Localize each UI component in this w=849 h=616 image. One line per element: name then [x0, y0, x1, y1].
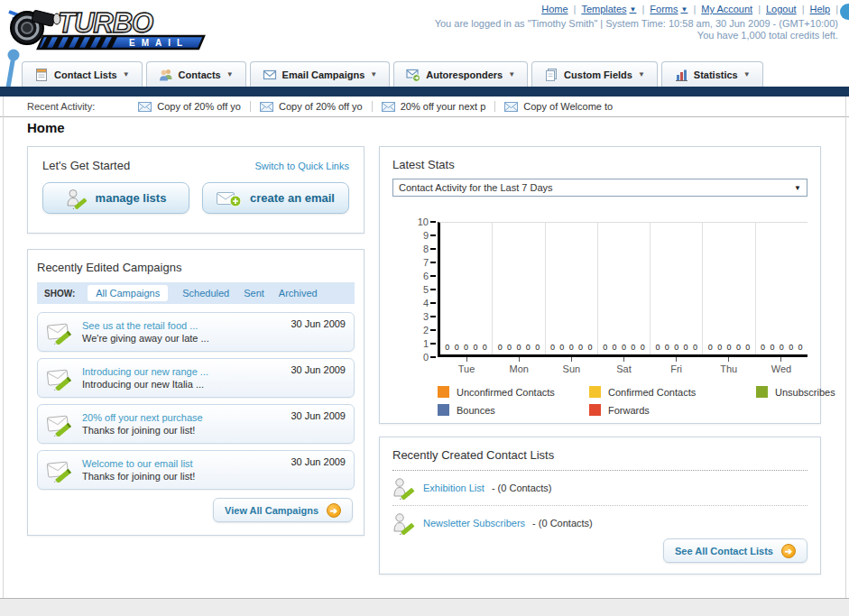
chevron-down-icon: ▼: [794, 184, 801, 192]
y-axis-tick: [430, 289, 436, 290]
y-axis-tick-label: 7: [409, 257, 429, 268]
campaign-filter[interactable]: Archived: [279, 288, 318, 299]
nav-separator: |: [574, 4, 577, 14]
recent-activity-item[interactable]: Copy of Welcome to: [495, 101, 622, 112]
contact-list-link[interactable]: Newsletter Subscribers: [423, 518, 525, 529]
footer-strip: [0, 598, 849, 616]
x-axis-label: Thu: [703, 357, 755, 374]
legend-swatch: [589, 404, 601, 416]
person-pencil-icon: [66, 188, 88, 209]
legend-swatch: [589, 386, 601, 398]
help-bubble-icon[interactable]: [840, 4, 849, 20]
chevron-down-icon: ▼: [226, 70, 234, 78]
contact-list-count: - (0 Contacts): [532, 518, 593, 529]
bar-value-labels: 00000: [440, 343, 492, 352]
legend-swatch: [438, 404, 449, 416]
header-nav-link[interactable]: Help: [810, 4, 831, 14]
header-nav-link[interactable]: Templates▼: [581, 4, 636, 14]
recent-activity-item[interactable]: Copy of 20% off yo: [251, 101, 373, 112]
envelope-pencil-icon: [46, 457, 75, 483]
tab-autoresponders[interactable]: Autoresponders▼: [393, 61, 528, 87]
campaign-subtitle: Thanks for joining our list!: [82, 424, 291, 437]
create-email-button[interactable]: create an email: [202, 182, 349, 214]
campaign-title-link[interactable]: Introducing our new range ...: [82, 365, 291, 378]
recent-activity-item[interactable]: 20% off your next p: [373, 101, 496, 112]
switch-quick-links[interactable]: Switch to Quick Links: [254, 161, 349, 171]
campaign-list: See us at the retail food ... We're givi…: [37, 312, 355, 490]
login-status-text: You are logged in as "Timothy Smith" | S…: [435, 18, 838, 29]
chevron-down-icon: ▼: [123, 70, 130, 78]
tab-email-campaigns[interactable]: Email Campaigns▼: [250, 61, 391, 87]
chart-group-tue: 00000: [440, 223, 492, 354]
bar-value-labels: 00000: [703, 343, 754, 352]
turbo-email-logo: TURBO EMAIL: [5, 3, 215, 55]
chevron-down-icon: ▼: [630, 5, 637, 14]
y-axis-tick: [430, 302, 436, 304]
y-axis-tick: [430, 221, 436, 223]
logo-subtitle-text: EMAIL: [129, 38, 189, 48]
person-pencil-icon: [392, 511, 416, 535]
recently-created-contact-lists-panel: Recently Created Contact Lists Exhibitio…: [379, 437, 821, 575]
main-nav-tabs: Contact Lists▼ Contacts▼ Email Campaigns…: [22, 61, 763, 87]
envelope-icon: [382, 102, 395, 112]
contact-list-items: Exhibition List - (0 Contacts) Newslette…: [392, 471, 807, 540]
chart-group-wed: 00000: [755, 223, 807, 354]
contact-list-item[interactable]: Newsletter Subscribers - (0 Contacts): [392, 506, 807, 540]
y-axis-tick: [430, 316, 436, 317]
x-axis-label: Wed: [755, 357, 807, 374]
campaign-title-link[interactable]: 20% off your next purchase: [82, 411, 291, 424]
recently-edited-campaigns-panel: Recently Edited Campaigns SHOW: All Camp…: [27, 249, 365, 536]
contact-list-item[interactable]: Exhibition List - (0 Contacts): [392, 471, 807, 506]
envelope-icon: [260, 102, 273, 112]
chart-group-sun: 00000: [545, 223, 597, 354]
legend-item: Bounces: [438, 404, 589, 416]
campaign-filter[interactable]: All Campaigns: [88, 285, 168, 301]
tab-contact-lists[interactable]: Contact Lists▼: [22, 61, 143, 87]
header-nav-link[interactable]: Forms▼: [650, 4, 688, 14]
envelope-icon: [504, 102, 518, 112]
y-axis-tick-label: 9: [409, 230, 429, 241]
see-all-contact-lists-button[interactable]: See All Contact Lists ➔: [663, 538, 807, 563]
y-axis-tick-label: 2: [409, 325, 429, 336]
recent-activity-item[interactable]: Copy of 20% off yo: [129, 101, 251, 112]
legend-swatch: [438, 386, 449, 398]
manage-lists-button[interactable]: manage lists: [42, 182, 189, 214]
tab-contacts[interactable]: Contacts▼: [146, 61, 246, 87]
statistics-icon: [674, 68, 688, 82]
chart-group-sat: 00000: [597, 223, 650, 354]
envelope-icon: [138, 102, 152, 112]
application-window: TURBO EMAIL Home | Templates▼ | Forms▼: [0, 0, 849, 616]
logo-title-text: TURBO: [58, 7, 153, 39]
custom-fields-icon: [544, 68, 558, 82]
campaign-list-item[interactable]: Introducing our new range ... Introducin…: [37, 358, 355, 398]
campaign-filter[interactable]: Sent: [244, 288, 264, 299]
contact-list-count: - (0 Contacts): [492, 483, 552, 493]
chevron-down-icon: ▼: [681, 5, 688, 14]
nav-separator: |: [641, 4, 644, 14]
y-axis-tick: [430, 234, 436, 236]
campaign-list-item[interactable]: Welcome to our email list Thanks for joi…: [37, 450, 355, 490]
campaign-list-item[interactable]: See us at the retail food ... We're givi…: [37, 312, 355, 352]
y-axis-tick-label: 8: [409, 244, 429, 254]
campaign-title-link[interactable]: Welcome to our email list: [82, 457, 291, 470]
header-nav-link[interactable]: My Account: [701, 4, 752, 14]
chart-group-thu: 00000: [702, 223, 754, 354]
contact-list-link[interactable]: Exhibition List: [423, 483, 484, 493]
campaign-title-link[interactable]: See us at the retail food ...: [82, 319, 291, 332]
header-nav-link[interactable]: Logout: [766, 4, 797, 14]
campaign-filter[interactable]: Scheduled: [182, 288, 229, 299]
header-nav-link[interactable]: Home: [541, 4, 568, 14]
chevron-down-icon: ▼: [508, 70, 515, 78]
campaign-date: 30 Jun 2009: [291, 364, 346, 375]
envelope-plus-icon: [217, 189, 242, 207]
page-title: Home: [27, 120, 65, 135]
view-all-campaigns-button[interactable]: View All Campaigns ➔: [213, 498, 353, 522]
stats-period-select[interactable]: Contact Activity for the Last 7 Days ▼: [392, 179, 807, 197]
campaign-list-item[interactable]: 20% off your next purchase Thanks for jo…: [37, 404, 355, 444]
chevron-down-icon: ▼: [638, 70, 645, 78]
y-axis-tick: [430, 356, 436, 358]
nav-separator: |: [802, 4, 805, 14]
tab-statistics[interactable]: Statistics▼: [661, 61, 763, 87]
contact-activity-chart: 109876543210 000000000000000000000000000…: [438, 222, 807, 357]
tab-custom-fields[interactable]: Custom Fields▼: [531, 61, 658, 87]
